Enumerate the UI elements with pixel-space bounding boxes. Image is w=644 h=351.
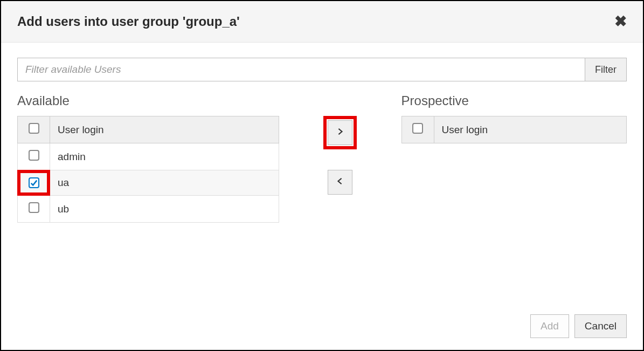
row-login: admin	[50, 143, 279, 170]
cancel-button[interactable]: Cancel	[574, 314, 627, 338]
prospective-heading: Prospective	[401, 93, 627, 108]
close-icon[interactable]: ✖	[614, 14, 627, 29]
add-users-dialog: Add users into user group 'group_a' ✖ Fi…	[0, 0, 644, 351]
move-left-button[interactable]	[328, 170, 352, 195]
move-right-button[interactable]	[328, 120, 352, 145]
move-left-wrap	[328, 170, 352, 195]
prospective-table: User login	[401, 116, 627, 143]
chevron-left-icon	[336, 176, 344, 188]
available-column-header: User login	[50, 116, 279, 143]
lists-row: Available User login	[17, 93, 627, 223]
available-select-all-cell	[18, 116, 50, 143]
chevron-right-icon	[336, 127, 344, 139]
table-row: ub	[18, 196, 279, 223]
prospective-column-header: User login	[434, 116, 626, 143]
row-login: ua	[50, 170, 279, 196]
row-login: ub	[50, 196, 279, 223]
move-buttons-column	[279, 93, 401, 195]
row-checkbox-ua[interactable]	[29, 177, 39, 188]
filter-button[interactable]: Filter	[585, 58, 627, 81]
prospective-select-all-cell	[401, 116, 434, 143]
filter-input[interactable]	[17, 58, 585, 81]
add-button[interactable]: Add	[530, 314, 569, 338]
filter-row: Filter	[17, 58, 627, 81]
prospective-column: Prospective User login	[401, 93, 627, 143]
prospective-select-all-checkbox[interactable]	[412, 123, 423, 134]
table-row: ua	[18, 170, 279, 196]
row-checkbox-admin[interactable]	[29, 150, 39, 161]
available-table: User login admin	[17, 116, 279, 223]
table-row: admin	[18, 143, 279, 170]
available-select-all-checkbox[interactable]	[29, 123, 39, 134]
available-heading: Available	[17, 93, 279, 108]
move-right-highlight	[323, 116, 357, 149]
dialog-title: Add users into user group 'group_a'	[17, 14, 240, 29]
dialog-body: Filter Available User login	[1, 43, 643, 307]
row-checkbox-ub[interactable]	[29, 202, 39, 213]
dialog-header: Add users into user group 'group_a' ✖	[1, 1, 643, 43]
dialog-footer: Add Cancel	[1, 307, 643, 350]
available-column: Available User login	[17, 93, 279, 223]
highlighted-checkbox-wrap	[17, 170, 50, 196]
